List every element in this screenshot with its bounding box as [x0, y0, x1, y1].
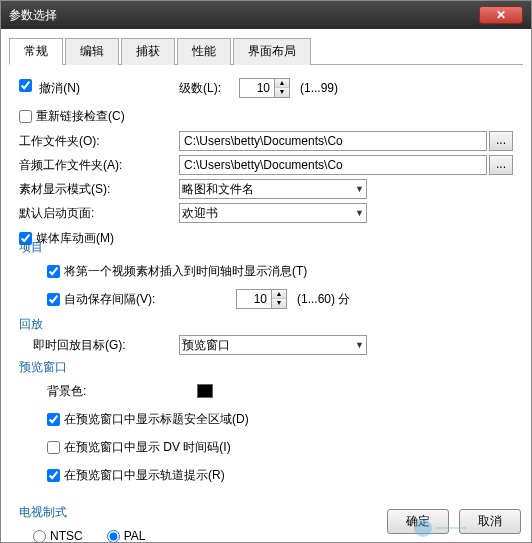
track-tip-label: 在预览窗口中显示轨道提示(R) [64, 467, 225, 484]
tab-content: 撤消(N) 级数(L): ▲▼ (1...99) 重新链接检查(C) 工作文件夹… [1, 65, 531, 543]
tab-bar: 常规 编辑 捕获 性能 界面布局 [9, 37, 523, 65]
chevron-down-icon: ▼ [355, 184, 364, 194]
playback-target-value: 预览窗口 [182, 337, 230, 354]
tab-edit[interactable]: 编辑 [65, 38, 119, 65]
playback-header: 回放 [19, 316, 513, 333]
startup-page-value: 欢迎书 [182, 205, 218, 222]
safe-area-label: 在预览窗口中显示标题安全区域(D) [64, 411, 249, 428]
display-mode-value: 略图和文件名 [182, 181, 254, 198]
dialog-buttons: 确定 取消 [387, 509, 521, 534]
dv-timecode-checkbox[interactable] [47, 441, 60, 454]
undo-checkbox[interactable] [19, 79, 32, 92]
playback-target-select[interactable]: 预览窗口 ▼ [179, 335, 367, 355]
bg-color-label: 背景色: [47, 383, 197, 400]
display-mode-label: 素材显示模式(S): [19, 181, 179, 198]
ntsc-label: NTSC [50, 529, 83, 543]
startup-page-select[interactable]: 欢迎书 ▼ [179, 203, 367, 223]
playback-target-label: 即时回放目标(G): [33, 337, 179, 354]
audio-folder-browse-button[interactable]: ... [489, 155, 513, 175]
safe-area-checkbox[interactable] [47, 413, 60, 426]
autosave-range: (1...60) 分 [297, 291, 350, 308]
ntsc-radio[interactable] [33, 530, 46, 543]
audio-folder-label: 音频工作文件夹(A): [19, 157, 179, 174]
levels-input[interactable] [239, 78, 275, 98]
close-button[interactable]: ✕ [479, 6, 523, 24]
autosave-input[interactable] [236, 289, 272, 309]
levels-range: (1...99) [300, 81, 338, 95]
spin-up-icon[interactable]: ▲ [275, 79, 289, 88]
window-title: 参数选择 [9, 7, 57, 24]
spin-up-icon[interactable]: ▲ [272, 290, 286, 299]
chevron-down-icon: ▼ [355, 208, 364, 218]
preview-header: 预览窗口 [19, 359, 513, 376]
lib-anim-label: 媒体库动画(M) [36, 230, 114, 247]
bg-color-swatch[interactable] [197, 384, 213, 398]
undo-label: 撤消(N) [39, 81, 80, 95]
work-folder-input[interactable] [179, 131, 487, 151]
tab-general[interactable]: 常规 [9, 38, 63, 65]
tab-capture[interactable]: 捕获 [121, 38, 175, 65]
close-icon: ✕ [496, 8, 506, 22]
autosave-label: 自动保存间隔(V): [64, 291, 236, 308]
spin-down-icon[interactable]: ▼ [272, 299, 286, 308]
audio-folder-input[interactable] [179, 155, 487, 175]
insert-msg-checkbox[interactable] [47, 265, 60, 278]
levels-label: 级数(L): [179, 80, 239, 97]
tab-performance[interactable]: 性能 [177, 38, 231, 65]
work-folder-label: 工作文件夹(O): [19, 133, 179, 150]
startup-page-label: 默认启动页面: [19, 205, 179, 222]
tab-layout[interactable]: 界面布局 [233, 38, 311, 65]
relink-label: 重新链接检查(C) [36, 108, 125, 125]
relink-checkbox[interactable] [19, 110, 32, 123]
dv-timecode-label: 在预览窗口中显示 DV 时间码(I) [64, 439, 231, 456]
display-mode-select[interactable]: 略图和文件名 ▼ [179, 179, 367, 199]
pal-radio[interactable] [107, 530, 120, 543]
insert-msg-label: 将第一个视频素材插入到时间轴时显示消息(T) [64, 263, 307, 280]
levels-spinner[interactable]: ▲▼ [275, 78, 290, 98]
work-folder-browse-button[interactable]: ... [489, 131, 513, 151]
track-tip-checkbox[interactable] [47, 469, 60, 482]
titlebar: 参数选择 ✕ [1, 1, 531, 29]
spin-down-icon[interactable]: ▼ [275, 88, 289, 97]
chevron-down-icon: ▼ [355, 340, 364, 350]
autosave-spinner[interactable]: ▲▼ [272, 289, 287, 309]
cancel-button[interactable]: 取消 [459, 509, 521, 534]
ok-button[interactable]: 确定 [387, 509, 449, 534]
pal-label: PAL [124, 529, 146, 543]
autosave-checkbox[interactable] [47, 293, 60, 306]
